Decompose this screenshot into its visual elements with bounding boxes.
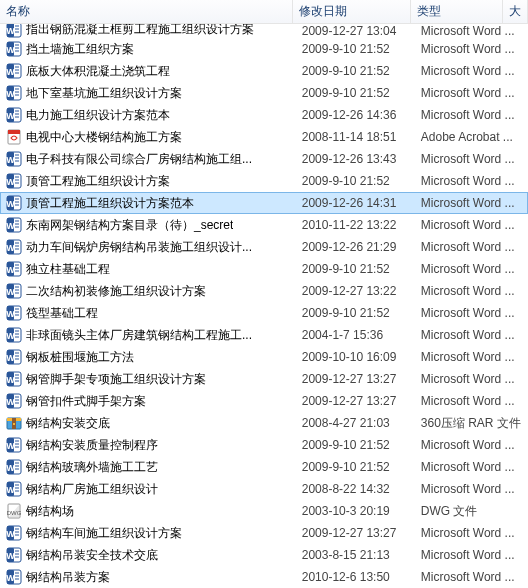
file-name-cell[interactable]: DWG钢结构场 bbox=[2, 503, 298, 520]
file-name-cell[interactable]: W钢结构吊装安全技术交底 bbox=[2, 547, 298, 564]
file-row[interactable]: W底板大体积混凝土浇筑工程2009-9-10 21:52Microsoft Wo… bbox=[0, 60, 528, 82]
pdf-file-icon bbox=[6, 129, 22, 145]
file-name-label: 钢结构玻璃外墙施工工艺 bbox=[26, 459, 158, 476]
file-name-label: 地下室基坑施工组织设计方案 bbox=[26, 85, 182, 102]
svg-rect-31 bbox=[8, 130, 20, 134]
file-date-cell: 2009-12-27 13:27 bbox=[298, 526, 417, 540]
file-type-cell: Microsoft Word ... bbox=[417, 526, 526, 540]
file-type-cell: Microsoft Word ... bbox=[417, 328, 526, 342]
file-row[interactable]: W钢管扣件式脚手架方案2009-12-27 13:27Microsoft Wor… bbox=[0, 390, 528, 412]
file-type-cell: Microsoft Word ... bbox=[417, 394, 526, 408]
word-file-icon: W bbox=[6, 305, 22, 321]
file-date-cell: 2009-12-27 13:27 bbox=[298, 372, 417, 386]
file-type-cell: Microsoft Word ... bbox=[417, 438, 526, 452]
svg-text:W: W bbox=[6, 287, 15, 297]
column-header-date[interactable]: 修改日期 bbox=[293, 0, 411, 23]
file-row[interactable]: W钢结构玻璃外墙施工工艺2009-9-10 21:52Microsoft Wor… bbox=[0, 456, 528, 478]
file-row[interactable]: W独立柱基础工程2009-9-10 21:52Microsoft Word ..… bbox=[0, 258, 528, 280]
column-header-size[interactable]: 大 bbox=[503, 0, 528, 23]
svg-text:W: W bbox=[6, 243, 15, 253]
word-file-icon: W bbox=[6, 239, 22, 255]
file-type-cell: Microsoft Word ... bbox=[417, 42, 526, 56]
file-row[interactable]: W电力施工组织设计方案范本2009-12-26 14:36Microsoft W… bbox=[0, 104, 528, 126]
file-row[interactable]: W钢结构厂房施工组织设计2008-8-22 14:32Microsoft Wor… bbox=[0, 478, 528, 500]
file-name-cell[interactable]: W指出钢筋混凝土框剪工程施工组织设计方案 bbox=[2, 24, 298, 38]
file-row[interactable]: W钢板桩围堰施工方法2009-10-10 16:09Microsoft Word… bbox=[0, 346, 528, 368]
file-type-cell: Microsoft Word ... bbox=[417, 64, 526, 78]
word-file-icon: W bbox=[6, 547, 22, 563]
file-name-cell[interactable]: W筏型基础工程 bbox=[2, 305, 298, 322]
file-name-cell[interactable]: W钢结构厂房施工组织设计 bbox=[2, 481, 298, 498]
file-name-cell[interactable]: W非球面镜头主体厂房建筑钢结构工程施工... bbox=[2, 327, 298, 344]
file-name-cell[interactable]: W钢结构玻璃外墙施工工艺 bbox=[2, 459, 298, 476]
file-date-cell: 2009-9-10 21:52 bbox=[298, 460, 417, 474]
file-type-cell: Microsoft Word ... bbox=[417, 548, 526, 562]
file-name-cell[interactable]: W钢结构吊装方案 bbox=[2, 569, 298, 586]
file-row[interactable]: W指出钢筋混凝土框剪工程施工组织设计方案2009-12-27 13:04Micr… bbox=[0, 24, 528, 38]
svg-text:W: W bbox=[6, 309, 15, 319]
svg-rect-107 bbox=[13, 423, 15, 425]
file-row[interactable]: W二次结构初装修施工组织设计方案2009-12-27 13:22Microsof… bbox=[0, 280, 528, 302]
file-row[interactable]: W顶管工程施工组织设计方案2009-9-10 21:52Microsoft Wo… bbox=[0, 170, 528, 192]
file-date-cell: 2009-12-27 13:27 bbox=[298, 394, 417, 408]
word-file-icon: W bbox=[6, 459, 22, 475]
file-row[interactable]: W动力车间锅炉房钢结构吊装施工组织设计...2009-12-26 21:29Mi… bbox=[0, 236, 528, 258]
word-file-icon: W bbox=[6, 151, 22, 167]
file-row[interactable]: W钢结构安装质量控制程序2009-9-10 21:52Microsoft Wor… bbox=[0, 434, 528, 456]
file-name-cell[interactable]: W钢结构安装质量控制程序 bbox=[2, 437, 298, 454]
file-row[interactable]: 钢结构安装交底2008-4-27 21:03360压缩 RAR 文件 bbox=[0, 412, 528, 434]
file-name-cell[interactable]: W钢管脚手架专项施工组织设计方案 bbox=[2, 371, 298, 388]
file-row[interactable]: W东南网架钢结构方案目录（待）_secret2010-11-22 13:22Mi… bbox=[0, 214, 528, 236]
file-row[interactable]: W钢管脚手架专项施工组织设计方案2009-12-27 13:27Microsof… bbox=[0, 368, 528, 390]
file-date-cell: 2008-4-27 21:03 bbox=[298, 416, 417, 430]
rar-file-icon bbox=[6, 415, 22, 431]
file-name-cell[interactable]: W动力车间锅炉房钢结构吊装施工组织设计... bbox=[2, 239, 298, 256]
file-row[interactable]: W钢结构吊装方案2010-12-6 13:50Microsoft Word ..… bbox=[0, 566, 528, 588]
file-name-cell[interactable]: W东南网架钢结构方案目录（待）_secret bbox=[2, 217, 298, 234]
file-row[interactable]: W挡土墙施工组织方案2009-9-10 21:52Microsoft Word … bbox=[0, 38, 528, 60]
file-name-cell[interactable]: W顶管工程施工组织设计方案范本 bbox=[2, 195, 298, 212]
file-name-cell[interactable]: W钢板桩围堰施工方法 bbox=[2, 349, 298, 366]
file-name-cell[interactable]: W电子科技有限公司综合厂房钢结构施工组... bbox=[2, 151, 298, 168]
file-name-label: 二次结构初装修施工组织设计方案 bbox=[26, 283, 206, 300]
file-row[interactable]: W钢结构车间施工组织设计方案2009-12-27 13:27Microsoft … bbox=[0, 522, 528, 544]
file-type-cell: Microsoft Word ... bbox=[417, 86, 526, 100]
file-row[interactable]: W电子科技有限公司综合厂房钢结构施工组...2009-12-26 13:43Mi… bbox=[0, 148, 528, 170]
file-name-cell[interactable]: W二次结构初装修施工组织设计方案 bbox=[2, 283, 298, 300]
file-name-cell[interactable]: W钢结构车间施工组织设计方案 bbox=[2, 525, 298, 542]
column-header-type[interactable]: 类型 bbox=[411, 0, 503, 23]
file-date-cell: 2008-11-14 18:51 bbox=[298, 130, 417, 144]
file-row[interactable]: W钢结构吊装安全技术交底2003-8-15 21:13Microsoft Wor… bbox=[0, 544, 528, 566]
word-file-icon: W bbox=[6, 107, 22, 123]
file-name-cell[interactable]: 电视中心大楼钢结构施工方案 bbox=[2, 129, 298, 146]
file-name-cell[interactable]: W地下室基坑施工组织设计方案 bbox=[2, 85, 298, 102]
svg-text:W: W bbox=[6, 551, 15, 561]
file-name-cell[interactable]: W底板大体积混凝土浇筑工程 bbox=[2, 63, 298, 80]
file-name-label: 钢结构吊装方案 bbox=[26, 569, 110, 586]
file-name-cell[interactable]: W挡土墙施工组织方案 bbox=[2, 41, 298, 58]
file-name-cell[interactable]: W钢管扣件式脚手架方案 bbox=[2, 393, 298, 410]
svg-text:W: W bbox=[6, 353, 15, 363]
file-name-cell[interactable]: W电力施工组织设计方案范本 bbox=[2, 107, 298, 124]
file-name-label: 东南网架钢结构方案目录（待）_secret bbox=[26, 217, 233, 234]
file-name-label: 钢结构场 bbox=[26, 503, 74, 520]
file-row[interactable]: 电视中心大楼钢结构施工方案2008-11-14 18:51Adobe Acrob… bbox=[0, 126, 528, 148]
file-date-cell: 2009-12-27 13:04 bbox=[298, 24, 417, 38]
file-name-cell[interactable]: W独立柱基础工程 bbox=[2, 261, 298, 278]
column-header-name[interactable]: 名称 bbox=[0, 0, 293, 23]
file-row[interactable]: W地下室基坑施工组织设计方案2009-9-10 21:52Microsoft W… bbox=[0, 82, 528, 104]
svg-text:W: W bbox=[6, 397, 15, 407]
file-name-label: 底板大体积混凝土浇筑工程 bbox=[26, 63, 170, 80]
file-name-cell[interactable]: 钢结构安装交底 bbox=[2, 415, 298, 432]
file-row[interactable]: DWG钢结构场2003-10-3 20:19DWG 文件 bbox=[0, 500, 528, 522]
file-name-label: 挡土墙施工组织方案 bbox=[26, 41, 134, 58]
file-name-cell[interactable]: W顶管工程施工组织设计方案 bbox=[2, 173, 298, 190]
file-row[interactable]: W筏型基础工程2009-9-10 21:52Microsoft Word ... bbox=[0, 302, 528, 324]
file-date-cell: 2009-10-10 16:09 bbox=[298, 350, 417, 364]
svg-text:W: W bbox=[6, 463, 15, 473]
file-date-cell: 2009-9-10 21:52 bbox=[298, 86, 417, 100]
word-file-icon: W bbox=[6, 217, 22, 233]
file-row[interactable]: W非球面镜头主体厂房建筑钢结构工程施工...2004-1-7 15:36Micr… bbox=[0, 324, 528, 346]
file-type-cell: Microsoft Word ... bbox=[417, 350, 526, 364]
file-row[interactable]: W顶管工程施工组织设计方案范本2009-12-26 14:31Microsoft… bbox=[0, 192, 528, 214]
